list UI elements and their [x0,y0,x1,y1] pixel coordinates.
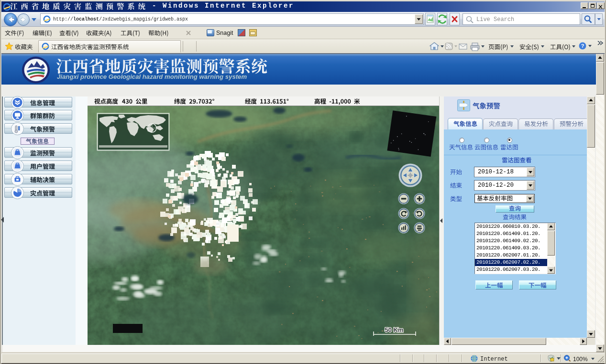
svg-text:50 Km: 50 Km [385,326,403,333]
svg-text:?: ? [581,43,584,49]
